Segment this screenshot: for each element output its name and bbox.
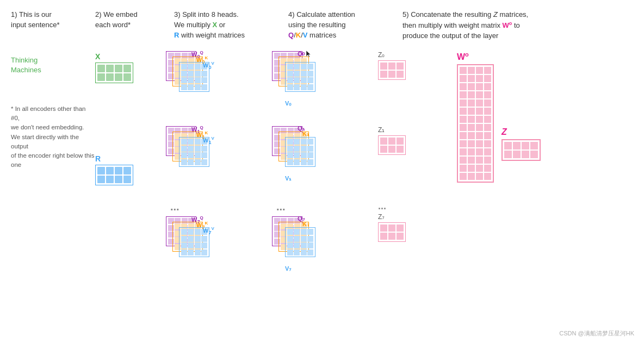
v0-matrix (285, 62, 315, 92)
z0-matrix (378, 60, 406, 80)
w1-stack: W1Q W1K (166, 126, 215, 186)
w7v-label: W7V (203, 226, 214, 235)
watermark: CSDN @满船清梦压星河HK (559, 329, 634, 338)
v1-matrix (285, 137, 315, 167)
section-wo-z: Wo (457, 51, 577, 183)
header-text-2: 2) We embed each word* (95, 10, 138, 29)
z7-matrix (378, 222, 406, 242)
wo-matrix (457, 64, 494, 183)
x-label: X (95, 52, 100, 61)
dots-qkv: ... (276, 201, 286, 212)
w1v-label: W1V (203, 136, 214, 145)
dots-z: ... (378, 201, 386, 211)
z1-matrix (378, 135, 406, 155)
z0-label: Z₀ (378, 51, 385, 59)
z1-area: Z₁ (378, 126, 406, 186)
r-matrix (95, 165, 133, 185)
section-input: Thinking Machines * In all encoders othe… (11, 51, 95, 198)
wo-area: Wo (457, 51, 494, 183)
header-col-2: 2) We embed each word* (95, 10, 174, 30)
v0-label: V₀ (285, 100, 291, 107)
footnote-text: * In all encoders other than #0, we don'… (11, 102, 95, 170)
x-matrix (95, 63, 133, 83)
r-label: R (95, 154, 101, 163)
page: 1) This is our input sentence* 2) We emb… (0, 0, 644, 343)
z7-area: ... Z₇ (378, 201, 406, 261)
z-output-label: Z (501, 127, 507, 137)
v7-matrix (285, 227, 315, 258)
w0-stack: W0Q W0K (166, 51, 215, 111)
v1-label: V₁ (285, 175, 291, 182)
z0-area: Z₀ (378, 51, 406, 111)
w7-area: ... W7Q (166, 201, 215, 261)
wo-label: Wo (457, 51, 469, 62)
z-output-area: Z (501, 127, 541, 161)
header-col-1: 1) This is our input sentence* (11, 10, 95, 30)
section-qkv: Q0 (272, 51, 378, 261)
header-text-1: 1) This is our input sentence* (11, 10, 60, 29)
header-col-5: 5) Concatenate the resulting Z matrices,… (403, 10, 604, 41)
qkv0-stack: Q0 (272, 51, 321, 111)
z7-label: Z₇ (378, 213, 385, 221)
header-col-4: 4) Calculate attentionusing the resultin… (288, 10, 403, 41)
header-col-3: 3) Split into 8 heads.We multiply X orR … (174, 10, 288, 41)
z-output-matrix (501, 139, 541, 161)
qkv7-area: ... Q₇ (272, 201, 321, 261)
z1-label: Z₁ (378, 126, 385, 134)
v7-label: V₇ (285, 265, 291, 272)
qkv1-stack: Q₁ K₁ (272, 126, 321, 186)
dots-weights: ... (170, 201, 179, 212)
header-row: 1) This is our input sentence* 2) We emb… (11, 10, 633, 41)
w0v-label: W0V (203, 61, 214, 70)
section-z: Z₀ Z₁ ... Z₇ (378, 51, 457, 261)
section-weights: W0Q W0K (166, 51, 272, 261)
section-embed: X R (95, 51, 166, 198)
thinking-label: Thinking Machines (11, 51, 41, 75)
